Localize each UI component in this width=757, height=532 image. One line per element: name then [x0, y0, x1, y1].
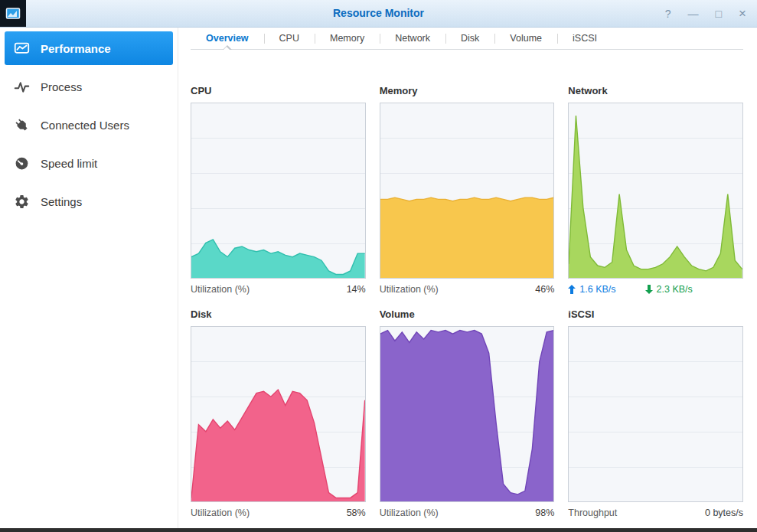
tab-iscsi[interactable]: iSCSI [557, 28, 612, 49]
sidebar-item-process[interactable]: Process [5, 70, 173, 103]
sidebar-item-label: Connected Users [41, 119, 129, 132]
help-button[interactable]: ? [665, 8, 671, 19]
window-title: Resource Monitor [0, 0, 757, 27]
chart-title-network: Network [568, 85, 743, 96]
tab-memory[interactable]: Memory [315, 28, 380, 49]
resource-monitor-window: Resource Monitor ? — □ × Performance Pro… [0, 0, 757, 532]
tab-disk[interactable]: Disk [445, 28, 494, 49]
tab-network[interactable]: Network [380, 28, 445, 49]
network-upload-stat: 1.6 KB/s [568, 284, 615, 295]
sidebar: Performance Process Connected Users Spee… [0, 28, 178, 528]
memory-area-chart [380, 103, 555, 279]
volume-area-chart [380, 326, 555, 502]
main-area: Overview CPU Memory Network Disk Volume … [178, 28, 757, 528]
tab-volume[interactable]: Volume [494, 28, 557, 49]
chart-title-volume: Volume [380, 308, 555, 320]
upload-arrow-icon [568, 285, 576, 294]
window-bottom-edge [0, 528, 757, 532]
disk-area-chart [191, 326, 366, 502]
chart-panel-disk: Disk Utilization (%) 58% [191, 308, 366, 518]
memory-utilization-value: 46% [535, 284, 554, 295]
overview-content: CPU Utilization (%) 14% Memory Utilizati… [178, 50, 757, 528]
maximize-button[interactable]: □ [716, 8, 722, 19]
chart-title-disk: Disk [191, 308, 366, 320]
sidebar-item-performance[interactable]: Performance [5, 31, 173, 65]
network-area-chart [568, 103, 743, 279]
disk-utilization-value: 58% [347, 508, 366, 518]
window-controls: ? — □ × [665, 0, 746, 27]
speedometer-icon [12, 154, 31, 172]
cpu-utilization-value: 14% [347, 284, 366, 295]
tab-cpu[interactable]: CPU [264, 28, 315, 49]
chart-title-iscsi: iSCSI [568, 308, 743, 320]
sidebar-item-label: Settings [41, 195, 82, 208]
chart-panel-iscsi: iSCSI Throughput 0 bytes/s [568, 308, 743, 518]
chart-footer-label: Utilization (%) [191, 508, 250, 518]
sidebar-item-settings[interactable]: Settings [5, 184, 173, 218]
sidebar-item-speed-limit[interactable]: Speed limit [5, 146, 173, 180]
sidebar-item-label: Process [41, 80, 82, 93]
chart-footer-label: Utilization (%) [191, 284, 250, 295]
iscsi-throughput-value: 0 bytes/s [705, 508, 743, 518]
chart-panel-cpu: CPU Utilization (%) 14% [191, 85, 366, 295]
tab-overview[interactable]: Overview [191, 28, 264, 49]
sidebar-item-label: Performance [41, 42, 111, 55]
sidebar-item-label: Speed limit [41, 157, 97, 170]
chart-panel-volume: Volume Utilization (%) 98% [380, 308, 555, 518]
chart-title-cpu: CPU [191, 85, 366, 96]
sidebar-item-connected-users[interactable]: Connected Users [5, 108, 173, 142]
cpu-area-chart [191, 103, 366, 279]
network-download-value: 2.3 KB/s [657, 284, 693, 295]
chart-title-memory: Memory [380, 85, 555, 96]
network-upload-value: 1.6 KB/s [579, 284, 615, 295]
iscsi-area-chart [568, 326, 743, 502]
download-arrow-icon [645, 285, 653, 294]
minimize-button[interactable]: — [688, 8, 699, 19]
network-download-stat: 2.3 KB/s [645, 284, 693, 295]
titlebar: Resource Monitor ? — □ × [0, 0, 757, 28]
charts-grid: CPU Utilization (%) 14% Memory Utilizati… [191, 85, 743, 518]
chart-panel-network: Network 1.6 KB/s 2.3 KB/s [568, 85, 743, 295]
process-pulse-icon [12, 77, 31, 96]
chart-panel-memory: Memory Utilization (%) 46% [380, 85, 555, 295]
chart-footer-label: Utilization (%) [380, 284, 439, 295]
performance-chart-icon [12, 39, 31, 57]
plug-icon [12, 116, 31, 134]
chart-footer-label: Utilization (%) [380, 508, 439, 518]
chart-footer-label: Throughput [568, 508, 617, 518]
close-button[interactable]: × [739, 7, 746, 20]
volume-utilization-value: 98% [535, 508, 554, 518]
tab-bar: Overview CPU Memory Network Disk Volume … [191, 28, 743, 50]
gear-icon [12, 192, 31, 211]
